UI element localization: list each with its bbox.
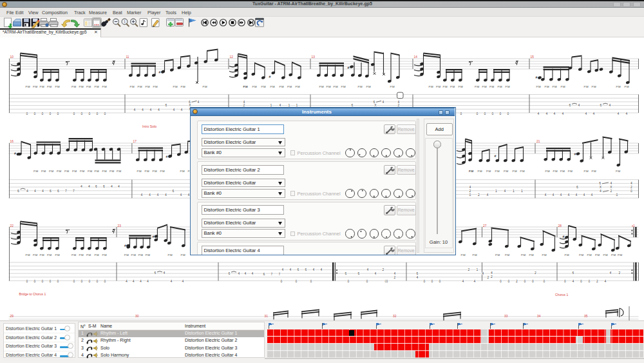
svg-text:4: 4	[111, 184, 113, 188]
svg-text:P.M: P.M	[560, 170, 565, 173]
svg-text:P.M: P.M	[94, 253, 99, 257]
svg-text:P.M: P.M	[545, 170, 550, 173]
svg-text:4: 4	[245, 271, 247, 275]
svg-text:P.M: P.M	[79, 253, 84, 257]
svg-text:0: 0	[26, 279, 28, 283]
svg-text:4: 4	[609, 103, 611, 107]
svg-text:P.M: P.M	[138, 253, 144, 257]
svg-text:4: 4	[545, 193, 547, 197]
svg-text:29: 29	[10, 315, 14, 318]
svg-text:0: 0	[34, 112, 36, 115]
svg-text:P.M: P.M	[173, 85, 178, 88]
svg-text:6: 6	[345, 271, 347, 275]
svg-text:P.M: P.M	[442, 85, 448, 88]
svg-text:4: 4	[553, 193, 554, 197]
svg-text:0: 0	[532, 279, 534, 283]
svg-text:P.M: P.M	[129, 85, 135, 88]
svg-text:4: 4	[88, 184, 90, 188]
svg-text:P.M: P.M	[102, 253, 107, 257]
svg-text:0: 0	[580, 279, 582, 283]
svg-text:4: 4	[142, 108, 144, 112]
svg-text:4: 4	[573, 279, 574, 283]
svg-text:P.M: P.M	[86, 85, 91, 88]
svg-text:P.M: P.M	[553, 170, 558, 173]
svg-text:0: 0	[104, 112, 106, 115]
svg-text:P.M: P.M	[616, 85, 621, 88]
svg-text:P.M: P.M	[94, 85, 99, 88]
svg-text:0: 0	[431, 279, 433, 283]
svg-text:P.M: P.M	[33, 170, 39, 173]
svg-text:P.M: P.M	[287, 85, 292, 88]
svg-text:P.M: P.M	[252, 85, 257, 88]
svg-text:13: 13	[312, 55, 316, 59]
svg-text:#: #	[159, 70, 161, 74]
svg-text:6: 6	[50, 189, 52, 193]
svg-text:4: 4	[141, 193, 143, 197]
svg-text:10: 10	[10, 55, 14, 59]
svg-text:#: #	[536, 75, 538, 79]
svg-text:4: 4	[591, 193, 593, 197]
svg-text:4: 4	[321, 268, 323, 271]
svg-text:4: 4	[140, 279, 142, 283]
svg-text:6: 6	[263, 272, 265, 276]
svg-text:P.M: P.M	[180, 170, 185, 173]
svg-text:P.M: P.M	[624, 85, 629, 88]
svg-text:P.M: P.M	[611, 253, 616, 257]
svg-text:0: 0	[89, 279, 91, 283]
svg-text:6: 6	[17, 189, 19, 193]
svg-text:6: 6	[103, 184, 105, 188]
svg-text:P.M: P.M	[39, 253, 44, 257]
svg-text:P.M: P.M	[152, 170, 157, 173]
svg-text:0: 0	[26, 112, 28, 115]
svg-text:0: 0	[460, 112, 462, 115]
svg-text:0: 0	[57, 112, 59, 115]
svg-text:28: 28	[558, 224, 562, 228]
svg-text:6: 6	[600, 103, 602, 107]
svg-text:4: 4	[554, 112, 556, 115]
svg-text:P.M: P.M	[495, 170, 500, 173]
svg-text:P.M: P.M	[505, 253, 510, 257]
svg-text:P.M: P.M	[579, 253, 584, 257]
svg-text:P.M: P.M	[460, 253, 466, 257]
svg-text:2: 2	[468, 268, 470, 271]
svg-text:P.M: P.M	[49, 170, 54, 173]
svg-text:P.M: P.M	[472, 253, 477, 257]
svg-text:P.M: P.M	[333, 85, 338, 88]
svg-text:0: 0	[57, 279, 59, 283]
svg-text:4: 4	[578, 103, 580, 107]
svg-text:4: 4	[562, 112, 564, 115]
svg-text:0: 0	[97, 279, 99, 283]
svg-text:P.M: P.M	[583, 85, 589, 88]
svg-text:4: 4	[546, 112, 548, 115]
svg-text:P.M: P.M	[137, 85, 142, 88]
svg-text:4: 4	[282, 268, 284, 271]
svg-text:7: 7	[73, 189, 75, 193]
svg-text:P.M: P.M	[79, 85, 84, 88]
svg-text:P.M: P.M	[536, 85, 541, 88]
svg-text:4: 4	[593, 112, 595, 115]
svg-text:P.M: P.M	[505, 85, 510, 88]
svg-text:4: 4	[487, 193, 489, 197]
svg-text:4: 4	[26, 189, 28, 193]
svg-text:0: 0	[281, 279, 283, 283]
svg-text:P.M: P.M	[564, 253, 569, 257]
svg-text:P.M: P.M	[243, 85, 248, 88]
svg-text:4: 4	[290, 268, 292, 271]
svg-text:1: 1	[521, 189, 523, 193]
svg-text:0: 0	[524, 279, 526, 283]
svg-text:6: 6	[576, 185, 578, 189]
svg-text:12: 12	[230, 55, 234, 59]
svg-text:4: 4	[367, 268, 369, 271]
svg-text:P.M: P.M	[544, 85, 549, 88]
svg-text:1: 1	[513, 189, 515, 193]
svg-text:4: 4	[147, 279, 149, 283]
svg-text:P.M: P.M	[33, 253, 38, 257]
svg-text:P.M: P.M	[137, 170, 142, 173]
svg-text:4: 4	[313, 268, 315, 271]
svg-text:0: 0	[508, 279, 510, 283]
svg-text:P.M: P.M	[80, 170, 85, 173]
svg-text:1: 1	[477, 268, 478, 271]
svg-text:4: 4	[583, 193, 585, 197]
svg-text:4: 4	[417, 275, 419, 279]
svg-text:Chorus 1: Chorus 1	[555, 293, 569, 297]
